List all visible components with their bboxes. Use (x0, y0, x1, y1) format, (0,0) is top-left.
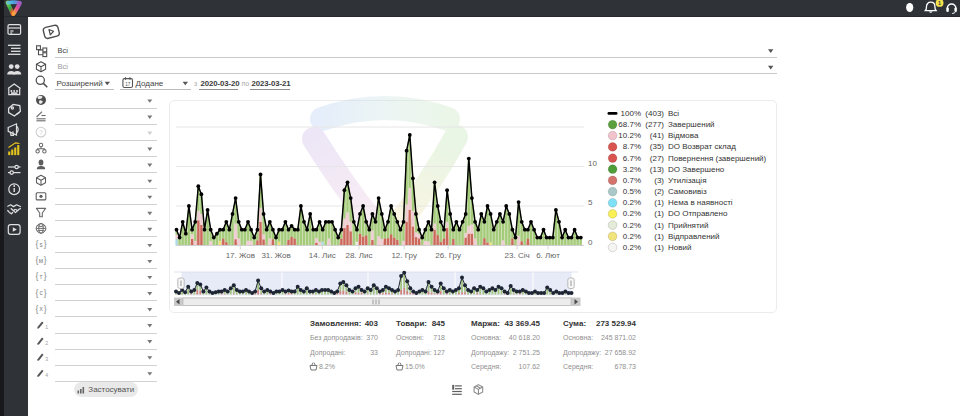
svg-text:{: { (36, 271, 39, 281)
svg-text:х: х (39, 305, 43, 312)
svg-text:}: } (44, 271, 47, 281)
svg-text:}: } (44, 288, 47, 298)
svg-text:2: 2 (45, 340, 48, 346)
svg-text:{: { (36, 288, 39, 298)
svg-text:т: т (40, 273, 43, 280)
svg-text:}: } (44, 255, 47, 265)
svg-text:с: с (39, 289, 43, 296)
svg-text:{: { (36, 304, 39, 314)
svg-text:1: 1 (45, 324, 48, 330)
svg-text:4: 4 (45, 373, 48, 379)
svg-text:17: 17 (125, 82, 131, 87)
svg-text:}: } (44, 239, 47, 249)
svg-text:м: м (39, 257, 43, 264)
svg-text:?: ? (39, 129, 43, 136)
svg-text:3: 3 (45, 356, 48, 362)
svg-text:{: { (36, 239, 39, 249)
svg-text:}: } (44, 304, 47, 314)
svg-text:1: 1 (938, 0, 941, 6)
svg-text:s: s (39, 241, 42, 248)
